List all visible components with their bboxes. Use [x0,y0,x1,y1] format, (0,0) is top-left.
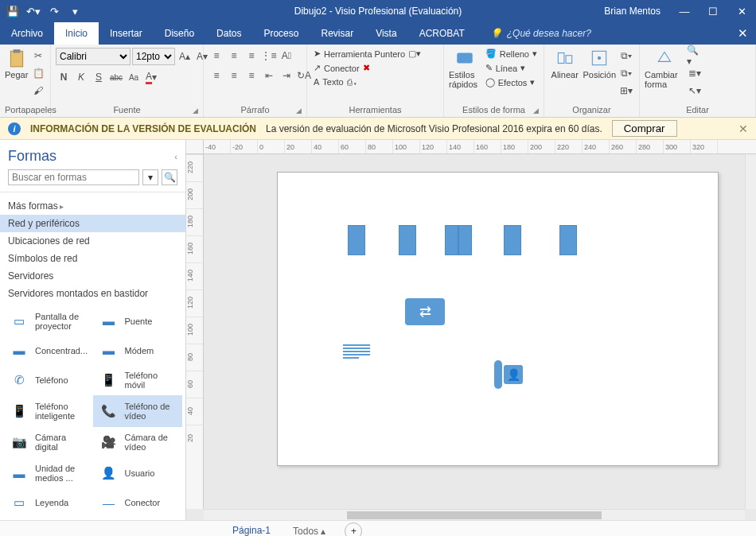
stencil-shape[interactable]: ▬Unidad de medios ... [3,458,93,489]
connector-tool-button[interactable]: ↗Conector✖ [312,62,372,74]
grow-font-icon[interactable]: A▴ [177,49,193,64]
trial-close-icon[interactable]: ✕ [738,122,748,135]
italic-button[interactable]: K [73,69,89,85]
close-icon[interactable]: ✕ [727,0,756,22]
bring-front-icon[interactable]: ⧉▾ [618,48,634,64]
page-tab-1[interactable]: Página-1 [223,522,280,537]
tab-file[interactable]: Archivo [0,22,54,45]
search-icon[interactable]: 🔍 [162,169,177,185]
align-right-icon[interactable]: ≡ [244,68,259,84]
tab-view[interactable]: Vista [364,22,407,45]
stencil-shape[interactable]: ✆Teléfono [3,364,93,395]
stencil-shape[interactable]: 📱Teléfono inteligente [3,395,93,426]
stencil-shape[interactable]: 🎥Cámara de vídeo [93,427,183,458]
horizontal-scrollbar[interactable] [204,509,745,520]
select-icon[interactable]: ↖▾ [687,83,703,99]
bold-button[interactable]: N [56,69,72,85]
buy-button[interactable]: Comprar [612,120,677,137]
server-shape[interactable] [399,225,416,255]
server-shape[interactable] [348,225,365,255]
paragraph-launcher-icon[interactable]: ◢ [296,107,302,115]
search-dropdown-icon[interactable]: ▾ [142,169,158,185]
font-size-select[interactable]: 12pto [132,48,175,65]
layers-icon[interactable]: ≣▾ [687,65,703,81]
stencil-shape[interactable]: 📷Cámara digital [3,427,93,458]
clear-format-icon[interactable]: A⃠ [279,48,294,64]
hscroll-thumb[interactable] [347,511,602,519]
font-name-select[interactable]: Calibri [56,48,131,65]
server-shape[interactable] [504,225,521,255]
quick-styles-button[interactable]: Estilos rápidos [449,48,481,89]
send-back-icon[interactable]: ⧉▾ [618,65,634,81]
save-icon[interactable]: 💾 [6,5,19,17]
tab-acrobat[interactable]: ACROBAT [408,22,476,45]
cat-network-periph[interactable]: Red y periféricos [0,215,185,232]
stencil-shape[interactable]: 📞Teléfono de vídeo [93,395,183,426]
panel-collapse-icon[interactable]: ‹ [174,152,177,161]
tab-design[interactable]: Diseño [154,22,205,45]
line-button[interactable]: ✎Línea▾ [484,62,539,74]
indent-inc-icon[interactable]: ⇥ [279,68,294,84]
stamp-icon[interactable]: ⎙▾ [347,77,358,87]
copy-icon[interactable]: 📋 [30,65,46,81]
align-center-icon[interactable]: ≡ [226,68,242,84]
underline-button[interactable]: S [91,69,107,85]
cat-network-sym[interactable]: Símbolos de red [0,250,185,267]
stencil-shape[interactable]: 👤Usuario [93,458,183,489]
server-shape[interactable] [559,225,577,255]
stencil-shape[interactable]: ▬Concentrad... [3,336,93,364]
indent-dec-icon[interactable]: ⇤ [261,68,277,84]
stencil-shape[interactable]: ▭Leyenda [3,489,93,517]
fill-button[interactable]: 🪣Relleno▾ [484,48,539,60]
x-tool-icon[interactable]: ✖ [363,63,370,73]
minimize-icon[interactable]: — [670,0,699,22]
text-tool-button[interactable]: ATexto⎙▾ [312,76,360,87]
redo-icon[interactable]: ↷ [48,5,60,17]
position-button[interactable]: Posición [583,48,616,80]
shapestyle-launcher-icon[interactable]: ◢ [533,107,539,115]
vertical-scrollbar[interactable] [745,154,756,509]
bullets-icon[interactable]: ⋮≡ [261,48,277,64]
align-bot-icon[interactable]: ≡ [244,48,259,64]
align-top-icon[interactable]: ≡ [208,48,224,64]
qat-customize-icon[interactable]: ▾ [68,5,81,17]
collapse-ribbon-icon[interactable]: ✕ [738,26,748,41]
switch-shape[interactable]: ⇄ [405,298,445,325]
strike-button[interactable]: abc [108,69,124,85]
page-tab-all[interactable]: Todos ▴ [283,523,335,537]
align-mid-icon[interactable]: ≡ [226,48,242,64]
font-launcher-icon[interactable]: ◢ [193,107,198,115]
effects-button[interactable]: ◯Efectos▾ [484,76,539,88]
stencil-shape[interactable]: ▬Puente [93,305,183,336]
tab-home[interactable]: Inicio [54,22,99,45]
change-shape-button[interactable]: Cambiar forma [645,48,684,89]
more-shapes-item[interactable]: Más formas [0,197,185,215]
add-page-button[interactable]: + [345,522,362,537]
user-name[interactable]: Brian Mentos [604,6,661,17]
format-painter-icon[interactable]: 🖌 [30,83,46,99]
cat-network-loc[interactable]: Ubicaciones de red [0,232,185,250]
restore-icon[interactable]: ☐ [699,0,727,22]
stencil-shape[interactable]: ▭Pantalla de proyector [3,305,93,336]
video-phone-shape[interactable]: 👤 [494,359,526,390]
cat-servers[interactable]: Servidores [0,267,185,285]
tab-process[interactable]: Proceso [252,22,310,45]
search-input[interactable] [8,169,139,185]
stencil-shape[interactable]: ▬Módem [93,336,183,364]
stencil-shape[interactable]: —Conector [93,489,183,517]
align-left-icon[interactable]: ≡ [208,68,224,84]
tell-me-search[interactable]: 💡 ¿Qué desea hacer? [490,22,591,45]
page[interactable]: ⇄ 👤 [277,172,719,466]
rect-select-icon[interactable]: ▢▾ [408,49,421,59]
document-shape[interactable] [343,344,370,365]
tab-data[interactable]: Datos [205,22,252,45]
tab-review[interactable]: Revisar [310,22,364,45]
server-pair-shape[interactable] [445,225,472,255]
drawing-canvas[interactable]: ⇄ 👤 [204,154,745,509]
tab-insert[interactable]: Insertar [99,22,154,45]
stencil-shape[interactable]: 📱Teléfono móvil [93,364,183,395]
font-color-icon[interactable]: A▾ [143,69,159,85]
cat-rack-servers[interactable]: Servidores montados en bastidor [0,285,185,302]
cut-icon[interactable]: ✂ [30,48,46,64]
group-shapes-icon[interactable]: ⊞▾ [618,83,634,99]
